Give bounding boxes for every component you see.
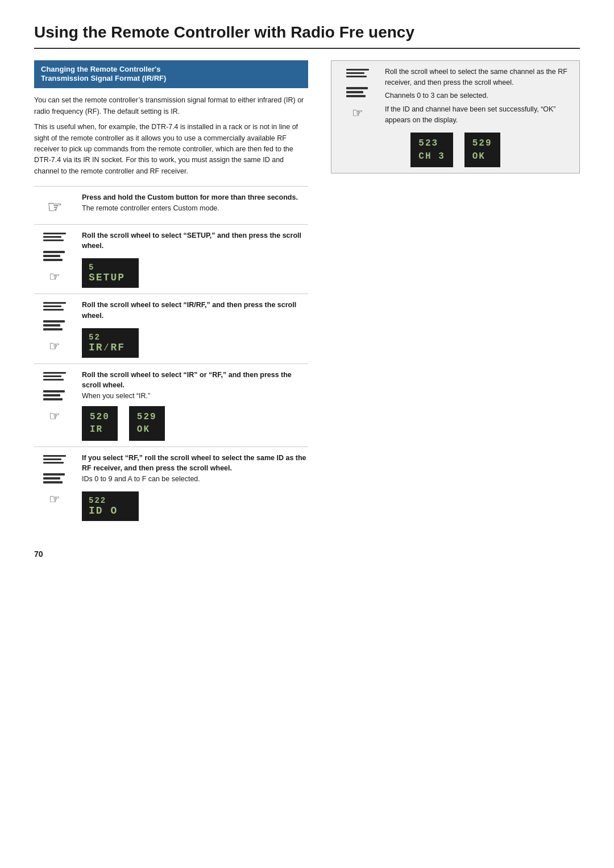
intro-text: You can set the remote controller’s tran… — [34, 95, 308, 177]
step-2-display: 5 SETUP — [82, 258, 139, 288]
menu-lines-icon-8 — [43, 473, 66, 485]
step-1-row: ☞ Press and hold the Custom button for m… — [34, 186, 308, 224]
step-3-icon: ☞ — [34, 300, 75, 358]
step-3-content: Roll the scroll wheel to select “IR/RF,”… — [82, 300, 308, 358]
step-1-text: Press and hold the Custom button for mor… — [82, 192, 308, 214]
right-column: ☞ Roll the scroll wheel to select the sa… — [331, 60, 580, 527]
steps-container: ☞ Press and hold the Custom button for m… — [34, 186, 308, 527]
step-1-icon: ☞ — [34, 192, 75, 218]
right-scroll-hand-icon: ☞ — [352, 106, 363, 121]
right-menu-lines-icon — [346, 69, 369, 79]
left-column: Changing the Remote Controller's Transmi… — [34, 60, 308, 527]
step-4-display-right: 529 OK — [129, 406, 165, 441]
page-title: Using the Remote Controller with Radio F… — [34, 23, 580, 49]
right-col-inner: ☞ Roll the scroll wheel to select the sa… — [331, 60, 580, 174]
step-4-text: Roll the scroll wheel to select “IR” or … — [82, 370, 308, 402]
right-image-box: ☞ Roll the scroll wheel to select the sa… — [331, 60, 580, 174]
menu-lines-icon-6 — [43, 390, 66, 402]
step-3-row: ☞ Roll the scroll wheel to select “IR/RF… — [34, 294, 308, 363]
right-step-r1-content: Roll the scroll wheel to select the same… — [385, 67, 574, 126]
step-2-text: Roll the scroll wheel to select “SETUP,”… — [82, 230, 308, 252]
menu-lines-icon-4 — [43, 320, 66, 332]
step-5-content: If you select “RF,” roll the scroll whee… — [82, 453, 308, 521]
scroll-hand-icon-4: ☞ — [49, 409, 60, 424]
step-1-content: Press and hold the Custom button for mor… — [82, 192, 308, 218]
step-5-text: If you select “RF,” roll the scroll whee… — [82, 453, 308, 485]
step-4-display: 520 IR 529 OK — [82, 406, 308, 441]
right-step-r1-row: ☞ Roll the scroll wheel to select the sa… — [337, 67, 574, 126]
step-3-display: 52 IR⁄RF — [82, 328, 139, 358]
step-4-display-left: 520 IR — [82, 406, 118, 441]
step-2-row: ☞ Roll the scroll wheel to select “SETUP… — [34, 224, 308, 294]
right-step-r1-display: 523 CH 3 529 OK — [337, 133, 574, 167]
right-menu-lines-icon-2 — [346, 87, 369, 99]
step-5-icon: ☞ — [34, 453, 75, 521]
right-display-right: 529 OK — [464, 133, 500, 167]
step-4-row: ☞ Roll the scroll wheel to select “IR” o… — [34, 363, 308, 447]
right-icon-col: ☞ — [337, 67, 378, 121]
step-4-icon: ☞ — [34, 370, 75, 441]
step-2-icon: ☞ — [34, 230, 75, 288]
section-heading: Changing the Remote Controller's Transmi… — [34, 60, 308, 89]
step-2-content: Roll the scroll wheel to select “SETUP,”… — [82, 230, 308, 288]
menu-lines-icon-2 — [43, 251, 66, 263]
step-5-row: ☞ If you select “RF,” roll the scroll wh… — [34, 447, 308, 527]
page-number: 70 — [34, 549, 580, 559]
step-3-text: Roll the scroll wheel to select “IR/RF,”… — [82, 300, 308, 321]
finger-touch-icon: ☞ — [47, 197, 63, 217]
menu-lines-icon-3 — [43, 302, 66, 312]
step-5-display: 522 ID O — [82, 491, 139, 521]
step-4-content: Roll the scroll wheel to select “IR” or … — [82, 370, 308, 441]
menu-lines-icon — [43, 233, 66, 243]
main-layout: Changing the Remote Controller's Transmi… — [34, 60, 580, 527]
right-display-left: 523 CH 3 — [410, 133, 453, 167]
scroll-hand-icon: ☞ — [49, 270, 60, 284]
menu-lines-icon-7 — [43, 455, 66, 465]
scroll-hand-icon-3: ☞ — [49, 339, 60, 354]
scroll-hand-icon-5: ☞ — [49, 492, 60, 507]
menu-lines-icon-5 — [43, 372, 66, 382]
